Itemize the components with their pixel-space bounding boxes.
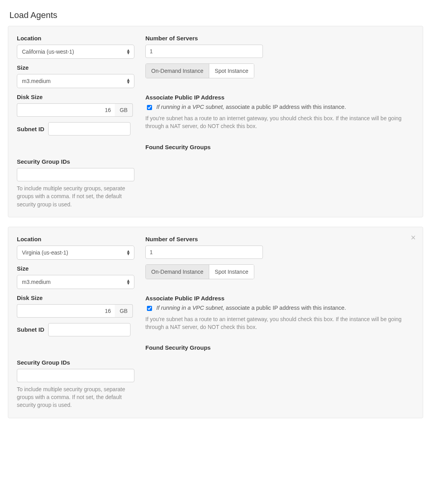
- found-security-groups-label: Found Security Groups: [145, 344, 414, 351]
- disk-size-label: Disk Size: [17, 294, 134, 301]
- size-label: Size: [17, 265, 134, 272]
- load-agent-panel: × Location Virginia (us-east-1) ▲▼ Size: [8, 227, 423, 418]
- security-group-ids-input[interactable]: [17, 168, 134, 181]
- spot-instance-button[interactable]: Spot Instance: [209, 265, 254, 279]
- on-demand-instance-button[interactable]: On-Demand Instance: [146, 265, 209, 279]
- security-group-help-text: To include multiple security groups, sep…: [17, 184, 134, 208]
- size-label: Size: [17, 64, 134, 71]
- security-group-ids-label: Security Group IDs: [17, 158, 134, 165]
- num-servers-input[interactable]: [145, 246, 263, 259]
- associate-ip-help-text: If you're subnet has a route to an inter…: [145, 315, 414, 331]
- associate-ip-checkbox[interactable]: [147, 105, 152, 110]
- associate-ip-label: Associate Public IP Address: [145, 94, 414, 101]
- disk-size-unit: GB: [115, 304, 133, 318]
- size-select[interactable]: m3.medium: [17, 74, 134, 88]
- subnet-id-input[interactable]: [48, 323, 130, 336]
- disk-size-input[interactable]: [17, 103, 115, 117]
- found-security-groups-label: Found Security Groups: [145, 144, 414, 150]
- on-demand-instance-button[interactable]: On-Demand Instance: [146, 64, 209, 78]
- associate-ip-help-text: If you're subnet has a route to an inter…: [145, 114, 414, 130]
- subnet-id-label: Subnet ID: [17, 326, 44, 333]
- location-select[interactable]: Virginia (us-east-1): [17, 246, 134, 260]
- disk-size-unit: GB: [115, 103, 133, 117]
- location-label: Location: [17, 236, 134, 242]
- instance-type-toggle: On-Demand Instance Spot Instance: [145, 63, 254, 78]
- security-group-help-text: To include multiple security groups, sep…: [17, 385, 134, 409]
- size-select[interactable]: m3.medium: [17, 275, 134, 289]
- instance-type-toggle: On-Demand Instance Spot Instance: [145, 264, 254, 279]
- associate-ip-description: If running in a VPC subnet, associate a …: [156, 305, 346, 311]
- page-title: Load Agents: [9, 10, 423, 20]
- subnet-id-label: Subnet ID: [17, 126, 44, 132]
- disk-size-input[interactable]: [17, 304, 115, 318]
- location-label: Location: [17, 35, 134, 42]
- num-servers-label: Number of Servers: [145, 236, 414, 242]
- associate-ip-checkbox[interactable]: [147, 306, 152, 311]
- disk-size-label: Disk Size: [17, 94, 134, 100]
- associate-ip-label: Associate Public IP Address: [145, 295, 414, 302]
- subnet-id-input[interactable]: [48, 122, 130, 135]
- load-agent-panel: Location California (us-west-1) ▲▼ Size …: [8, 26, 423, 217]
- security-group-ids-label: Security Group IDs: [17, 359, 134, 366]
- security-group-ids-input[interactable]: [17, 369, 134, 382]
- location-select[interactable]: California (us-west-1): [17, 45, 134, 59]
- associate-ip-description: If running in a VPC subnet, associate a …: [156, 104, 346, 110]
- num-servers-label: Number of Servers: [145, 35, 414, 42]
- num-servers-input[interactable]: [145, 45, 263, 58]
- close-panel-button[interactable]: ×: [409, 232, 417, 244]
- spot-instance-button[interactable]: Spot Instance: [209, 64, 254, 78]
